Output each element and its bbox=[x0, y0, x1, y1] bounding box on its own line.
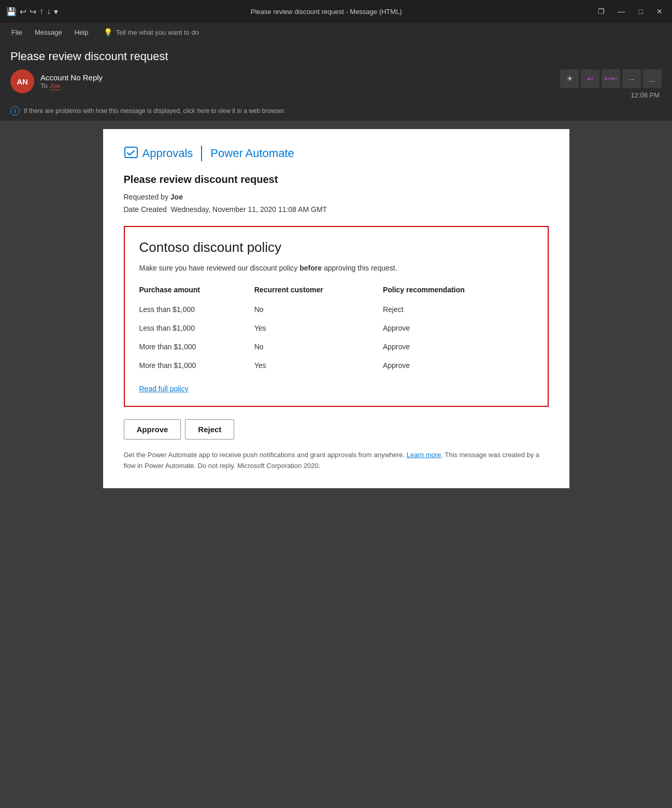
reply-all-button[interactable]: ↩↩ bbox=[602, 69, 620, 88]
action-buttons: ☀ ↩ ↩↩ → ... bbox=[560, 69, 662, 88]
approvals-label: Approvals bbox=[142, 147, 193, 160]
power-automate-label: Power Automate bbox=[210, 147, 294, 160]
table-row: Less than $1,000YesApprove bbox=[139, 319, 533, 337]
redo-icon[interactable]: ↪ bbox=[30, 7, 36, 17]
table-cell: Reject bbox=[383, 300, 533, 319]
forward-button[interactable]: → bbox=[622, 69, 641, 88]
table-cell: Approve bbox=[383, 356, 533, 375]
info-bar: i If there are problems with how this me… bbox=[0, 103, 672, 121]
table-cell: No bbox=[254, 300, 383, 319]
menu-help[interactable]: Help bbox=[69, 26, 94, 38]
policy-title: Contoso discount policy bbox=[139, 239, 533, 256]
minimize-button[interactable]: — bbox=[615, 6, 628, 17]
reject-button[interactable]: Reject bbox=[185, 419, 234, 440]
menu-message[interactable]: Message bbox=[30, 26, 67, 38]
to-recipient[interactable]: Joe bbox=[50, 82, 61, 90]
undo-icon[interactable]: ↩ bbox=[20, 7, 26, 17]
sender-row: AN Account No Reply To Joe ☀ ↩ ↩↩ → ... … bbox=[10, 69, 662, 99]
read-full-policy-link[interactable]: Read full policy bbox=[139, 385, 189, 393]
table-row: Less than $1,000NoReject bbox=[139, 300, 533, 319]
info-icon: i bbox=[10, 106, 20, 116]
move-down-icon[interactable]: ↓ bbox=[47, 7, 51, 16]
sender-left: AN Account No Reply To Joe bbox=[10, 69, 103, 93]
search-placeholder-text: Tell me what you want to do bbox=[116, 29, 198, 36]
table-cell: Yes bbox=[254, 356, 383, 375]
approval-action-row: Approve Reject bbox=[124, 419, 549, 440]
title-bar-right: ❐ — □ ✕ bbox=[595, 6, 666, 17]
table-cell: Less than $1,000 bbox=[139, 319, 254, 337]
search-bar[interactable]: 💡 Tell me what you want to do bbox=[104, 28, 198, 36]
col-header-recurrent: Recurrent customer bbox=[254, 281, 383, 300]
menu-file[interactable]: File bbox=[6, 26, 27, 38]
title-bar-left: 💾 ↩ ↪ ↑ ↓ ▾ bbox=[6, 7, 58, 17]
email-header-area: Please review discount request AN Accoun… bbox=[0, 41, 672, 103]
requested-by-value: Joe bbox=[170, 193, 183, 201]
title-bar: 💾 ↩ ↪ ↑ ↓ ▾ Please review discount reque… bbox=[0, 0, 672, 23]
footer-text: Get the Power Automate app to receive pu… bbox=[124, 450, 549, 472]
table-cell: Less than $1,000 bbox=[139, 300, 254, 319]
action-timestamp-col: ☀ ↩ ↩↩ → ... 12:08 PM bbox=[560, 69, 662, 99]
sender-name: Account No Reply bbox=[40, 73, 103, 82]
svg-rect-0 bbox=[125, 147, 137, 158]
dropdown-icon[interactable]: ▾ bbox=[54, 7, 58, 17]
restore-button[interactable]: ❐ bbox=[595, 6, 608, 17]
sender-to-row: To Joe bbox=[40, 82, 103, 90]
table-cell: Approve bbox=[383, 319, 533, 337]
move-up-icon[interactable]: ↑ bbox=[39, 7, 44, 16]
date-created-value: Wednesday, November 11, 2020 11:08 AM GM… bbox=[171, 205, 327, 214]
brightness-button[interactable]: ☀ bbox=[560, 69, 579, 88]
table-cell: More than $1,000 bbox=[139, 337, 254, 356]
date-created-label: Date Created bbox=[124, 205, 167, 214]
avatar: AN bbox=[10, 69, 34, 93]
table-cell: More than $1,000 bbox=[139, 356, 254, 375]
info-message-text: If there are problems with how this mess… bbox=[24, 107, 285, 115]
email-body: Please review discount request Requested… bbox=[124, 174, 549, 472]
col-header-purchase: Purchase amount bbox=[139, 281, 254, 300]
policy-box: Contoso discount policy Make sure you ha… bbox=[124, 226, 549, 407]
table-cell: No bbox=[254, 337, 383, 356]
approvals-icon-wrap: Approvals bbox=[124, 146, 193, 161]
maximize-button[interactable]: □ bbox=[636, 6, 646, 17]
requested-by-row: Requested by Joe bbox=[124, 193, 549, 201]
learn-more-link[interactable]: Learn more bbox=[407, 451, 441, 459]
footer-text-start: Get the Power Automate app to receive pu… bbox=[124, 451, 407, 459]
approvals-header: Approvals Power Automate bbox=[124, 146, 549, 161]
lightbulb-icon: 💡 bbox=[104, 28, 112, 36]
window-title: Please review discount request - Message… bbox=[62, 8, 591, 16]
email-timestamp: 12:08 PM bbox=[631, 91, 662, 99]
sender-info: Account No Reply To Joe bbox=[40, 73, 103, 90]
approve-button[interactable]: Approve bbox=[124, 419, 181, 440]
table-row: More than $1,000NoApprove bbox=[139, 337, 533, 356]
date-created-row: Date Created Wednesday, November 11, 202… bbox=[124, 205, 549, 214]
approvals-icon bbox=[124, 146, 138, 161]
table-cell: Yes bbox=[254, 319, 383, 337]
save-icon[interactable]: 💾 bbox=[6, 7, 17, 17]
table-row: More than $1,000YesApprove bbox=[139, 356, 533, 375]
email-content: Approvals Power Automate Please review d… bbox=[103, 129, 569, 488]
email-content-wrapper: Approvals Power Automate Please review d… bbox=[0, 121, 672, 808]
table-cell: Approve bbox=[383, 337, 533, 356]
reply-button[interactable]: ↩ bbox=[581, 69, 599, 88]
close-button[interactable]: ✕ bbox=[653, 6, 666, 17]
menu-bar: File Message Help 💡 Tell me what you wan… bbox=[0, 23, 672, 41]
policy-table: Purchase amount Recurrent customer Polic… bbox=[139, 281, 533, 375]
email-body-title: Please review discount request bbox=[124, 174, 549, 186]
to-label: To bbox=[40, 82, 48, 90]
email-subject-title: Please review discount request bbox=[10, 50, 662, 63]
col-header-recommendation: Policy recommendation bbox=[383, 281, 533, 300]
requested-by-label: Requested by bbox=[124, 193, 168, 201]
brand-divider bbox=[201, 146, 202, 161]
more-options-button[interactable]: ... bbox=[643, 69, 662, 88]
policy-description: Make sure you have reviewed our discount… bbox=[139, 264, 533, 272]
